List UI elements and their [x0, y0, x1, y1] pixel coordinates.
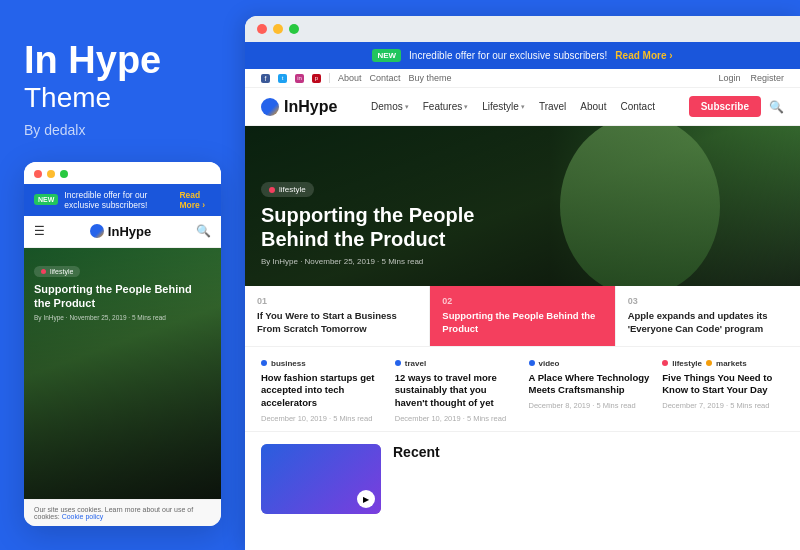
article-1[interactable]: business How fashion startups get accept… — [261, 359, 383, 423]
play-button[interactable]: ▶ — [357, 490, 375, 508]
dot-green — [60, 170, 68, 178]
mobile-hamburger-icon[interactable]: ☰ — [34, 224, 45, 238]
article-4[interactable]: lifestyle markets Five Things You Need t… — [662, 359, 784, 423]
mobile-hero-title: Supporting the People Behind the Product — [34, 282, 211, 311]
desktop-read-more[interactable]: Read More › — [615, 50, 672, 61]
twitter-icon[interactable]: t — [278, 74, 287, 83]
card-2-num: 02 — [442, 296, 602, 306]
mobile-hero-content: lifestyle Supporting the People Behind t… — [34, 260, 211, 322]
article-2-tag-dot — [395, 360, 401, 366]
article-3-tag-dot — [529, 360, 535, 366]
hero-meta: By InHype · November 25, 2019 · 5 Mins r… — [261, 257, 541, 266]
topnav-about[interactable]: About — [338, 73, 362, 83]
mobile-logo[interactable]: InHype — [90, 224, 151, 239]
pinterest-icon[interactable]: p — [312, 74, 321, 83]
search-icon[interactable]: 🔍 — [769, 100, 784, 114]
chrome-dot-red — [257, 24, 267, 34]
article-2[interactable]: travel 12 ways to travel more sustainabl… — [395, 359, 517, 423]
desktop-auth-links: Login Register — [718, 73, 784, 83]
desktop-logo[interactable]: InHype — [261, 98, 337, 116]
topnav-contact[interactable]: Contact — [370, 73, 401, 83]
facebook-icon[interactable]: f — [261, 74, 270, 83]
left-panel: In Hype Theme By dedalx NEW Incredible o… — [0, 0, 245, 550]
mobile-new-badge: NEW — [34, 194, 58, 205]
desktop-main-nav: InHype Demos▾ Features▾ Lifestyle▾ Trave… — [245, 88, 800, 126]
mobile-hero-tag: lifestyle — [34, 266, 80, 277]
recent-section: Recent — [393, 444, 784, 514]
topnav-login[interactable]: Login — [718, 73, 740, 83]
cards-row: 01 If You Were to Start a Business From … — [245, 286, 800, 346]
mobile-logo-icon — [90, 224, 104, 238]
article-1-tag: business — [261, 359, 383, 368]
nav-lifestyle[interactable]: Lifestyle▾ — [482, 101, 525, 112]
topnav-register[interactable]: Register — [750, 73, 784, 83]
article-3-meta: December 8, 2019 · 5 Mins read — [529, 401, 651, 410]
card-3-num: 03 — [628, 296, 788, 306]
article-2-title: 12 ways to travel more sustainably that … — [395, 372, 517, 410]
chrome-dot-yellow — [273, 24, 283, 34]
desktop-nav-right: Subscribe 🔍 — [689, 96, 784, 117]
articles-section: business How fashion startups get accept… — [245, 346, 800, 431]
article-4-tag1-dot — [662, 360, 668, 366]
nav-travel[interactable]: Travel — [539, 101, 566, 112]
desktop-new-badge: NEW — [372, 49, 401, 62]
article-1-meta: December 10, 2019 · 5 Mins read — [261, 414, 383, 423]
mobile-search-icon[interactable]: 🔍 — [196, 224, 211, 238]
hero-tag-dot — [269, 187, 275, 193]
recent-title: Recent — [393, 444, 784, 460]
card-3-title: Apple expands and updates its 'Everyone … — [628, 310, 788, 336]
desktop-banner-text: Incredible offer for our exclusive subsc… — [409, 50, 607, 61]
desktop-chrome-bar — [245, 16, 800, 42]
subscribe-button[interactable]: Subscribe — [689, 96, 761, 117]
bottom-image: ▶ — [261, 444, 381, 514]
article-4-title: Five Things You Need to Know to Start Yo… — [662, 372, 784, 398]
mobile-chrome-dots — [24, 162, 221, 184]
article-2-tag: travel — [395, 359, 517, 368]
mobile-cookie-notice: Our site uses cookies. Learn more about … — [24, 499, 221, 526]
mobile-navbar: ☰ InHype 🔍 — [24, 216, 221, 248]
desktop-nav-items: Demos▾ Features▾ Lifestyle▾ Travel About… — [371, 101, 655, 112]
article-4-meta: December 7, 2019 · 5 Mins read — [662, 401, 784, 410]
bottom-row: ▶ Recent — [245, 431, 800, 522]
mobile-hero: lifestyle Supporting the People Behind t… — [24, 248, 221, 499]
desktop-top-nav: f t in p About Contact Buy theme Login R… — [245, 69, 800, 88]
card-3[interactable]: 03 Apple expands and updates its 'Everyo… — [616, 286, 800, 346]
article-3-tag: video — [529, 359, 651, 368]
desktop-banner: NEW Incredible offer for our exclusive s… — [245, 42, 800, 69]
article-4-tag2-dot — [706, 360, 712, 366]
article-3[interactable]: video A Place Where Technology Meets Cra… — [529, 359, 651, 423]
card-2[interactable]: 02 Supporting the People Behind the Prod… — [430, 286, 615, 346]
desktop-logo-icon — [261, 98, 279, 116]
right-panel: NEW Incredible offer for our exclusive s… — [245, 16, 800, 550]
hero-content: lifestyle Supporting the People Behind t… — [245, 179, 557, 287]
instagram-icon[interactable]: in — [295, 74, 304, 83]
dot-yellow — [47, 170, 55, 178]
topnav-buy[interactable]: Buy theme — [409, 73, 452, 83]
card-1[interactable]: 01 If You Were to Start a Business From … — [245, 286, 430, 346]
nav-demos[interactable]: Demos▾ — [371, 101, 409, 112]
article-4-tags: lifestyle markets — [662, 359, 784, 368]
cookie-policy-link[interactable]: Cookie policy — [62, 513, 104, 520]
desktop-social-links: f t in p About Contact Buy theme — [261, 73, 452, 83]
article-1-tag-dot — [261, 360, 267, 366]
article-4-tag1: lifestyle — [662, 359, 702, 368]
mobile-banner-text: Incredible offer for our exclusive subsc… — [64, 190, 173, 210]
card-1-num: 01 — [257, 296, 417, 306]
mobile-preview: NEW Incredible offer for our exclusive s… — [24, 162, 221, 526]
nav-features[interactable]: Features▾ — [423, 101, 468, 112]
article-4-tag2: markets — [706, 359, 747, 368]
card-2-title: Supporting the People Behind the Product — [442, 310, 602, 336]
nav-contact[interactable]: Contact — [620, 101, 654, 112]
mobile-tag-dot — [41, 269, 46, 274]
nav-about[interactable]: About — [580, 101, 606, 112]
article-3-title: A Place Where Technology Meets Craftsman… — [529, 372, 651, 398]
articles-grid: business How fashion startups get accept… — [261, 359, 784, 423]
desktop-content: NEW Incredible offer for our exclusive s… — [245, 42, 800, 550]
brand-title: In Hype Theme By dedalx — [24, 40, 221, 162]
mobile-hero-meta: By InHype · November 25, 2019 · 5 Mins r… — [34, 314, 211, 321]
mobile-banner: NEW Incredible offer for our exclusive s… — [24, 184, 221, 216]
article-2-meta: December 10, 2019 · 5 Mins read — [395, 414, 517, 423]
mobile-read-more[interactable]: Read More › — [179, 190, 211, 210]
article-1-title: How fashion startups get accepted into t… — [261, 372, 383, 410]
hero-tag: lifestyle — [261, 182, 314, 197]
